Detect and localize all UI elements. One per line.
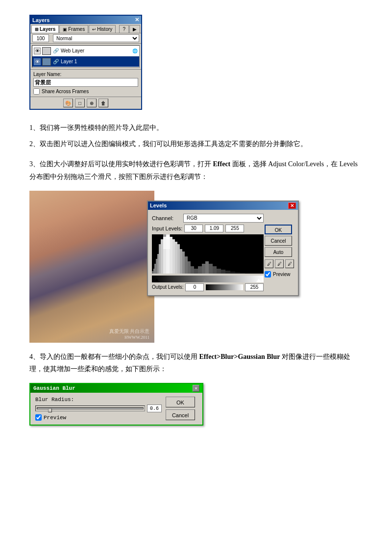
layer-globe-icon: 🌐 xyxy=(132,49,138,53)
text-block-3: 4、导入的位图一般都有一些细小的杂点，我们可以使用 Effect>Blur>Ga… xyxy=(29,351,363,375)
tab-layers[interactable]: ⊞ Layers xyxy=(31,25,59,33)
tab-history[interactable]: ↩ History xyxy=(89,25,116,33)
white-point-slider[interactable] xyxy=(256,278,261,282)
tab-expand[interactable]: ▶ xyxy=(129,25,140,33)
levels-screenshot: 真爱无限 共自示意 HWWW.2011 Levels ✕ Channel: RG… xyxy=(29,191,304,343)
layers-title: Layers xyxy=(32,17,49,23)
svg-rect-26 xyxy=(225,271,230,274)
preview-checkbox[interactable] xyxy=(265,271,271,278)
layer-row-web[interactable]: 👁 🔗 Web Layer 🌐 xyxy=(32,46,139,56)
share-checkbox[interactable] xyxy=(33,88,40,95)
output-high[interactable] xyxy=(245,283,264,291)
tab-help[interactable]: ? xyxy=(119,25,129,33)
levels-dialog: Levels ✕ Channel: RGB Input Levels: xyxy=(147,201,299,296)
blur-slider-row: 0.6 xyxy=(35,404,162,412)
svg-rect-25 xyxy=(221,270,225,274)
preview-row: Preview xyxy=(265,271,294,278)
svg-rect-23 xyxy=(213,266,217,274)
preview-label: Preview xyxy=(273,272,291,277)
output-low[interactable] xyxy=(185,283,204,291)
blend-mode-select[interactable]: Normal xyxy=(53,34,139,42)
levels-cancel-btn[interactable]: Cancel xyxy=(265,236,292,246)
gaussian-dialog: Gaussian Blur ✕ Blur Radius: 0.6 xyxy=(29,383,203,426)
photo-area: 真爱无限 共自示意 HWWW.2011 xyxy=(29,191,154,343)
text-block-2: 3、位图大小调整好后可以使用实时特效进行色彩调节，打开 Effect 面板，选择… xyxy=(29,158,363,182)
eyedroppers: 🖊 🖊 🖊 xyxy=(265,259,294,268)
share-label: Share Across Frames xyxy=(42,89,89,94)
slider-thumb[interactable] xyxy=(48,408,52,412)
histogram-svg xyxy=(152,234,264,274)
layer-thumb-web xyxy=(42,47,51,55)
channel-select[interactable]: RGB xyxy=(183,214,264,223)
black-point-slider[interactable] xyxy=(154,278,159,282)
svg-rect-15 xyxy=(185,256,188,274)
layer-name-section: Layer Name: Share Across Frames xyxy=(30,69,141,97)
svg-rect-21 xyxy=(205,261,209,274)
svg-rect-22 xyxy=(209,264,213,274)
mid-point-slider[interactable] xyxy=(202,278,207,282)
svg-rect-12 xyxy=(177,244,180,274)
svg-rect-1 xyxy=(153,269,154,274)
svg-rect-4 xyxy=(157,254,159,274)
svg-rect-11 xyxy=(175,242,177,274)
input-gradient-slider[interactable] xyxy=(152,276,264,282)
channel-row: Channel: RGB xyxy=(152,214,264,223)
svg-rect-0 xyxy=(152,271,153,274)
photo-watermark2: HWWW.2011 xyxy=(124,335,149,340)
levels-auto-btn[interactable]: Auto xyxy=(265,247,292,257)
svg-rect-20 xyxy=(202,264,205,274)
layer-thumb-1 xyxy=(42,58,51,66)
input-level-low[interactable] xyxy=(184,225,203,232)
white-eyedropper[interactable]: 🖊 xyxy=(285,259,294,268)
levels-body: Channel: RGB Input Levels: xyxy=(148,210,298,295)
opacity-input[interactable] xyxy=(32,34,49,42)
blur-value: 0.6 xyxy=(147,404,162,412)
svg-rect-16 xyxy=(188,261,191,274)
input-level-mid[interactable] xyxy=(205,225,223,232)
svg-rect-2 xyxy=(154,264,156,274)
history-tab-icon: ↩ xyxy=(92,27,96,32)
delete-layer-btn[interactable]: 🗑 xyxy=(98,99,108,107)
layers-tabs: ⊞ Layers ▣ Frames ↩ History ? ▶ xyxy=(30,24,141,33)
levels-close-btn[interactable]: ✕ xyxy=(288,202,296,209)
blur-radius-row: Blur Radius: xyxy=(35,397,162,403)
gaussian-ok-btn[interactable]: OK xyxy=(166,397,195,407)
levels-title: Levels xyxy=(150,202,167,208)
layers-tab-icon: ⊞ xyxy=(35,27,39,32)
layers-close-btn[interactable]: ✕ xyxy=(135,17,139,23)
histogram-area xyxy=(152,234,264,274)
svg-rect-19 xyxy=(198,266,202,274)
tab-frames[interactable]: ▣ Frames xyxy=(59,25,88,33)
photo-watermark1: 真爱无限 共自示意 xyxy=(109,328,150,335)
levels-ok-btn[interactable]: OK xyxy=(265,225,292,234)
svg-rect-14 xyxy=(182,252,185,274)
eye-icon-1[interactable]: 👁 xyxy=(34,58,41,65)
svg-rect-3 xyxy=(156,259,157,274)
input-levels-row: Input Levels: xyxy=(152,225,264,232)
gray-eyedropper[interactable]: 🖊 xyxy=(275,259,284,268)
output-gradient xyxy=(206,284,243,290)
layers-titlebar: Layers ✕ xyxy=(30,16,141,24)
add-mask-btn[interactable]: ⊕ xyxy=(87,99,97,107)
svg-rect-5 xyxy=(159,244,161,274)
duplicate-btn[interactable]: □ xyxy=(75,99,85,107)
svg-rect-10 xyxy=(172,239,175,274)
gaussian-cancel-btn[interactable]: Cancel xyxy=(166,409,195,420)
step-4-text: 4、导入的位图一般都有一些细小的杂点，我们可以使用 Effect>Blur>Ga… xyxy=(29,351,363,375)
input-level-high[interactable] xyxy=(225,225,244,232)
black-eyedropper[interactable]: 🖊 xyxy=(265,259,273,268)
frames-tab-icon: ▣ xyxy=(63,27,67,32)
step-2-text: 2、双击图片可以进入位图编辑模式，我们可以用矩形选择工具选定不需要的部分并删除它… xyxy=(29,138,363,150)
step-3-text: 3、位图大小调整好后可以使用实时特效进行色彩调节，打开 Effect 面板，选择… xyxy=(29,158,363,182)
layers-controls: Normal xyxy=(30,33,141,44)
layer-name-input[interactable] xyxy=(33,78,138,87)
text-block-1: 1、我们将一张男性模特的照片导入此层中。 2、双击图片可以进入位图编辑模式，我们… xyxy=(29,122,363,150)
new-layer-btn[interactable]: 🎨 xyxy=(63,99,73,107)
eye-icon-web[interactable]: 👁 xyxy=(34,48,41,54)
svg-rect-17 xyxy=(191,266,194,274)
svg-rect-24 xyxy=(217,269,221,274)
blur-slider[interactable] xyxy=(35,405,145,411)
layer-row-1[interactable]: 👁 🔗 Layer 1 xyxy=(32,56,139,67)
gaussian-preview-checkbox[interactable] xyxy=(35,414,42,421)
gaussian-close-btn[interactable]: ✕ xyxy=(193,385,199,392)
